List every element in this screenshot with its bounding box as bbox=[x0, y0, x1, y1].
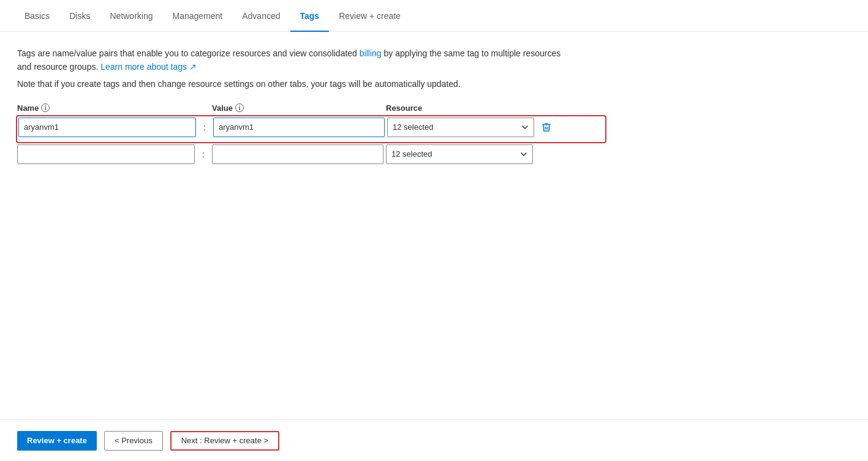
tag-row-2: : 12 selected bbox=[17, 144, 605, 164]
tag-row-1: : 12 selected bbox=[18, 118, 604, 137]
column-header-value: Value i bbox=[212, 103, 383, 113]
next-review-create-button[interactable]: Next : Review + create > bbox=[170, 431, 279, 451]
tag-row-1-delete-button[interactable] bbox=[537, 118, 556, 137]
tab-networking[interactable]: Networking bbox=[100, 0, 162, 32]
table-header: Name i Value i Resource bbox=[17, 103, 605, 113]
tab-tags[interactable]: Tags bbox=[290, 0, 330, 32]
column-header-resource: Resource bbox=[386, 103, 533, 113]
tag-row-2-wrapper: : 12 selected bbox=[17, 144, 605, 164]
learn-more-link[interactable]: Learn more about tags ↗ bbox=[100, 62, 197, 72]
tab-bar: Basics Disks Networking Management Advan… bbox=[0, 0, 868, 32]
footer: Review + create < Previous Next : Review… bbox=[0, 419, 868, 461]
tag-row-1-name-input[interactable] bbox=[18, 118, 196, 137]
main-content: Tags are name/value pairs that enable yo… bbox=[0, 32, 868, 419]
value-info-icon[interactable]: i bbox=[235, 103, 244, 112]
tag-row-1-value-input[interactable] bbox=[213, 118, 385, 137]
billing-link[interactable]: billing bbox=[360, 48, 382, 58]
note-text: Note that if you create tags and then ch… bbox=[17, 79, 568, 89]
tab-disks[interactable]: Disks bbox=[59, 0, 100, 32]
colon-2: : bbox=[197, 149, 209, 159]
column-header-name: Name i bbox=[17, 103, 195, 113]
chevron-down-icon-1 bbox=[521, 124, 529, 131]
tag-row-1-resource-dropdown[interactable]: 12 selected bbox=[387, 118, 534, 137]
tags-table: Name i Value i Resource : 12 selected bbox=[17, 103, 605, 164]
tag-row-1-wrapper: : 12 selected bbox=[17, 116, 605, 142]
colon-1: : bbox=[198, 122, 211, 132]
description-text: Tags are name/value pairs that enable yo… bbox=[17, 47, 568, 74]
tab-review-create[interactable]: Review + create bbox=[329, 0, 410, 32]
svg-rect-1 bbox=[545, 123, 548, 124]
review-create-button[interactable]: Review + create bbox=[17, 431, 97, 451]
tag-row-2-resource-dropdown[interactable]: 12 selected bbox=[386, 144, 533, 164]
name-info-icon[interactable]: i bbox=[41, 103, 50, 112]
svg-rect-0 bbox=[542, 124, 551, 126]
previous-button[interactable]: < Previous bbox=[104, 431, 163, 451]
tab-management[interactable]: Management bbox=[163, 0, 233, 32]
tag-row-2-value-input[interactable] bbox=[212, 144, 383, 164]
chevron-down-icon-2 bbox=[520, 151, 527, 158]
tab-advanced[interactable]: Advanced bbox=[232, 0, 290, 32]
tab-basics[interactable]: Basics bbox=[15, 0, 59, 32]
tag-row-2-name-input[interactable] bbox=[17, 144, 195, 164]
